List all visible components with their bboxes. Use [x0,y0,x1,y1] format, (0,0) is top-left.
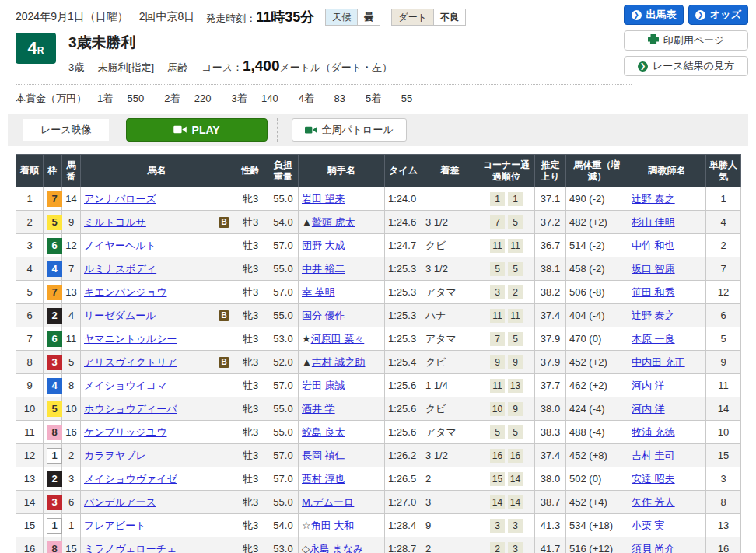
trainer-name-link[interactable]: 安達 昭夫 [632,473,675,485]
trainer-name-link[interactable]: 辻野 泰之 [632,310,675,321]
jockey-name-link[interactable]: 岩田 康誠 [302,380,345,391]
entries-button[interactable]: ❯ 出馬表 [624,5,684,25]
sex-age: 牝3 [233,257,268,281]
horse-name-link[interactable]: カラヲヤブレ [84,450,146,461]
horse-name-link[interactable]: ノイヤーヘルト [84,240,156,251]
horse-name-link[interactable]: ミルトコルサ [84,216,146,228]
jockey-name-link[interactable]: 永島 まなみ [310,543,364,553]
jockey-name-link[interactable]: 中井 裕二 [302,263,345,275]
corner-position-2: 9 [508,402,523,416]
horse-weight: 470 [569,333,586,345]
arrow-circle-icon: ❯ [632,10,642,20]
carried-weight: 55.0 [268,421,299,444]
race-number-suffix: R [37,45,44,56]
trainer-name-link[interactable]: 辻野 泰之 [632,193,675,205]
prize-place: 5着 [366,92,381,106]
jockey-name-link[interactable]: 国分 優作 [302,310,345,321]
col-header-sex-age: 性齢 [233,155,268,187]
bracket-number-badge: 4 [47,261,62,277]
jockey-name-link[interactable]: 吉村 誠之助 [312,356,366,368]
col-header-popularity: 単勝人気 [706,155,741,187]
jockey-name-link[interactable]: 団野 大成 [302,240,345,251]
horse-name-link[interactable]: アンナバローズ [84,193,156,205]
horse-number: 5 [62,351,81,374]
horse-weight-diff: (+2) [589,356,607,368]
trainer-name-link[interactable]: 牧浦 充徳 [632,426,675,438]
horse-weight-diff: (-8) [589,286,604,298]
carried-weight: 55.0 [268,257,299,281]
horse-weight: 404 [569,310,586,321]
horse-weight: 514 [569,240,586,251]
horse-name-link[interactable]: メイショウヴァイゼ [84,473,177,485]
horse-name-link[interactable]: キエンバンジョウ [84,286,166,298]
horse-name-link[interactable]: バンデルアース [84,496,156,508]
play-video-button[interactable]: PLAY [126,118,268,142]
trainer-name-link[interactable]: 中内田 充正 [632,356,685,368]
horse-weight-diff: (-2) [589,263,604,275]
margin: 9 [422,514,478,537]
entries-button-label: 出馬表 [646,8,677,22]
horse-name-link[interactable]: ヤマニントゥルシー [84,333,177,345]
horse-number: 8 [62,374,81,397]
horse-name-link[interactable]: リーゼダムール [84,310,156,321]
patrol-video-button[interactable]: 全周パトロール [292,118,407,142]
weather-value: 曇 [358,9,380,25]
jockey-name-link[interactable]: 河原田 菜々 [311,333,365,345]
sex-age: 牡3 [233,374,268,397]
finish-time: 1:25.3 [385,304,422,327]
horse-name-link[interactable]: ホウショウディーバ [84,403,177,415]
estimated-last-3f: 38.0 [535,397,566,421]
carried-weight: 57.0 [268,374,299,397]
jockey-name-link[interactable]: 酒井 学 [302,403,335,415]
horse-number: 10 [62,397,81,421]
jockey-name-link[interactable]: M.デムーロ [302,496,354,508]
corner-position-1: 15 [490,472,505,486]
finish-position: 11 [16,421,44,444]
horse-name-link[interactable]: フレアビート [84,520,146,531]
trainer-name-link[interactable]: 河内 洋 [632,403,665,415]
corner-position-2: 3 [508,542,523,553]
horse-number: 7 [62,257,81,281]
jockey-name-link[interactable]: 西村 淳也 [302,473,345,485]
jockey-name-link[interactable]: 岩田 望来 [302,193,345,205]
trainer-name-link[interactable]: 笹田 和秀 [632,286,675,298]
carried-weight: 55.0 [268,187,299,211]
trainer-name-link[interactable]: 吉村 圭司 [632,450,675,461]
estimated-last-3f: 38.2 [535,281,566,304]
print-page-button[interactable]: 印刷用ページ [624,30,748,51]
finish-time: 1:25.6 [385,374,422,397]
win-popularity: 9 [706,351,741,374]
trainer-name-link[interactable]: 中竹 和也 [632,240,675,251]
horse-name-link[interactable]: アリスヴィクトリア [84,356,177,368]
sex-age: 牝3 [233,397,268,421]
trainer-name-link[interactable]: 矢作 芳人 [632,496,675,508]
finish-position: 7 [16,327,44,351]
trainer-name-link[interactable]: 坂口 智康 [632,263,675,275]
carried-weight: 57.0 [268,444,299,467]
finish-position: 13 [16,467,44,491]
jockey-name-link[interactable]: 角田 大和 [311,520,355,531]
odds-button[interactable]: ❯ オッズ [688,5,748,25]
race-conditions: 3歳 未勝利[指定] 馬齢 コース：1,400メートル（ダート・左） [68,58,392,75]
horse-name-link[interactable]: ケンブリッジユウ [84,426,166,438]
trainer-name-link[interactable]: 河内 洋 [632,380,665,391]
horse-name-link[interactable]: ミラノヴェローチェ [84,543,177,553]
trainer-name-link[interactable]: 須貝 尚介 [632,543,675,553]
bracket-number-badge: 5 [47,215,62,230]
horse-name-link[interactable]: メイショウイコマ [84,380,166,391]
jockey-name-link[interactable]: 幸 英明 [302,286,335,298]
jockey-name-link[interactable]: 長岡 禎仁 [302,450,345,461]
result-guide-button[interactable]: ❯ レース結果の見方 [624,56,748,76]
win-popularity: 12 [706,281,741,304]
jockey-name-link[interactable]: 鷲頭 虎太 [312,216,355,228]
printer-icon [648,34,659,47]
trainer-name-link[interactable]: 杉山 佳明 [632,216,675,228]
trainer-name-link[interactable]: 木原 一良 [632,333,675,345]
horse-name-link[interactable]: ルミナスボディ [84,263,156,275]
prize-money-row: 本賞金（万円） 1着550 2着220 3着140 4着83 5着55 [16,92,740,106]
estimated-last-3f: 38.7 [535,491,566,514]
horse-weight: 482 [569,216,586,228]
jockey-name-link[interactable]: 鮫島 良太 [302,426,345,438]
horse-weight: 458 [569,263,586,275]
trainer-name-link[interactable]: 小栗 実 [632,520,665,531]
